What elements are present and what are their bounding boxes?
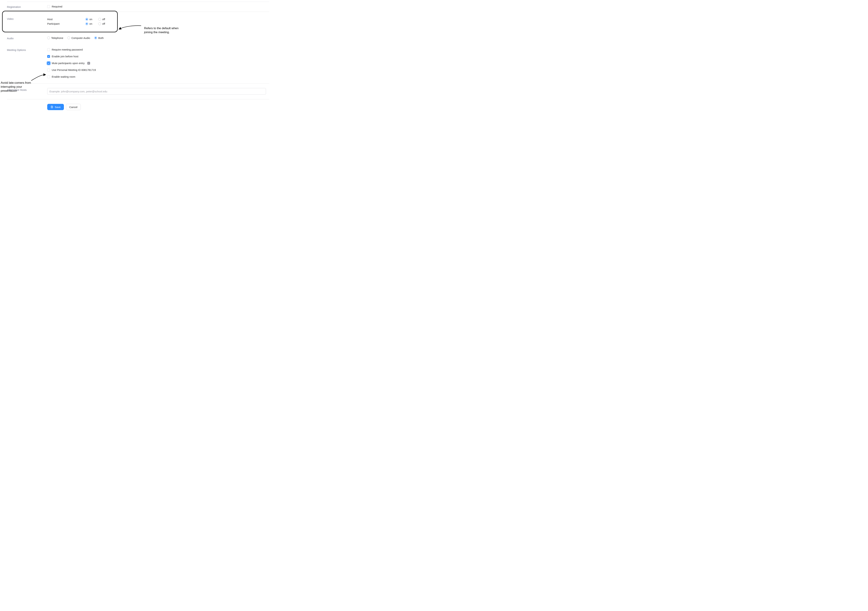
radio-label: Both: [98, 36, 104, 39]
checkbox-label: Use Personal Meeting ID 8381781719: [52, 68, 96, 72]
radio-dot: [98, 18, 101, 21]
registration-required-checkbox[interactable]: Required: [47, 5, 62, 8]
svg-rect-2: [51, 106, 52, 106]
radio-dot: [47, 36, 50, 39]
arrow-to-mute-icon: [31, 73, 46, 81]
checkbox-box: [47, 48, 50, 51]
video-participant-on-radio[interactable]: on: [85, 22, 92, 25]
save-icon: [51, 106, 53, 108]
video-host-on-radio[interactable]: on: [85, 18, 92, 21]
save-button[interactable]: Save: [47, 104, 64, 110]
video-host-label: Host: [47, 18, 85, 21]
registration-label: Registration: [7, 5, 47, 8]
section-registration: Registration Required: [7, 2, 269, 12]
checkbox-box: [47, 5, 50, 8]
section-alternative-hosts: Alternative Hosts: [7, 84, 269, 99]
checkbox-label: Enable join before host: [52, 55, 78, 58]
checkbox-label: Mute participants upon entry: [52, 62, 85, 65]
alternative-hosts-label: Alternative Hosts: [7, 88, 47, 91]
radio-label: Computer Audio: [71, 36, 90, 39]
svg-rect-3: [51, 107, 52, 108]
audio-telephone-radio[interactable]: Telephone: [47, 36, 63, 39]
annotation-video-default: Refers to the default when joining the m…: [144, 26, 184, 34]
option-require-password-checkbox[interactable]: Require meeting password: [47, 48, 269, 51]
meeting-options-label: Meeting Options: [7, 48, 47, 51]
radio-dot: [85, 22, 88, 25]
radio-label: on: [89, 22, 92, 25]
audio-both-radio[interactable]: Both: [94, 36, 104, 39]
checkbox-box: [47, 62, 50, 65]
checkbox-box: [47, 55, 50, 58]
button-row: Save Cancel: [47, 100, 269, 113]
checkbox-label: Required: [52, 5, 62, 8]
audio-computer-radio[interactable]: Computer Audio: [67, 36, 90, 39]
radio-dot: [85, 18, 88, 21]
option-waiting-room-checkbox[interactable]: Enable waiting room: [47, 75, 269, 78]
save-button-label: Save: [55, 106, 60, 109]
checkbox-label: Enable waiting room: [52, 75, 75, 78]
radio-dot: [98, 22, 101, 25]
option-mute-on-entry-checkbox[interactable]: Mute participants upon entry ✓: [47, 62, 269, 65]
section-audio: Audio Telephone Computer Audio Both: [7, 34, 269, 46]
checkbox-box: [47, 68, 50, 72]
section-meeting-options: Meeting Options Require meeting password…: [7, 46, 269, 83]
checkbox-label: Require meeting password: [52, 48, 83, 51]
arrow-to-video-icon: [118, 24, 143, 32]
radio-dot: [94, 36, 97, 39]
radio-label: on: [89, 18, 92, 21]
alternative-hosts-input[interactable]: [47, 88, 266, 95]
video-host-off-radio[interactable]: off: [98, 18, 105, 21]
radio-label: off: [102, 22, 105, 25]
video-participant-off-radio[interactable]: off: [98, 22, 105, 25]
checkbox-box: [47, 75, 50, 78]
info-icon: ✓: [87, 62, 90, 65]
video-participant-label: Participant: [47, 22, 85, 25]
radio-dot: [67, 36, 70, 39]
radio-label: off: [102, 18, 105, 21]
cancel-button[interactable]: Cancel: [66, 104, 81, 110]
option-use-pmi-checkbox[interactable]: Use Personal Meeting ID 8381781719: [47, 68, 269, 72]
video-label: Video: [7, 17, 47, 20]
radio-label: Telephone: [51, 36, 63, 39]
audio-label: Audio: [7, 36, 47, 40]
cancel-button-label: Cancel: [69, 106, 78, 109]
option-join-before-host-checkbox[interactable]: Enable join before host: [47, 55, 269, 58]
